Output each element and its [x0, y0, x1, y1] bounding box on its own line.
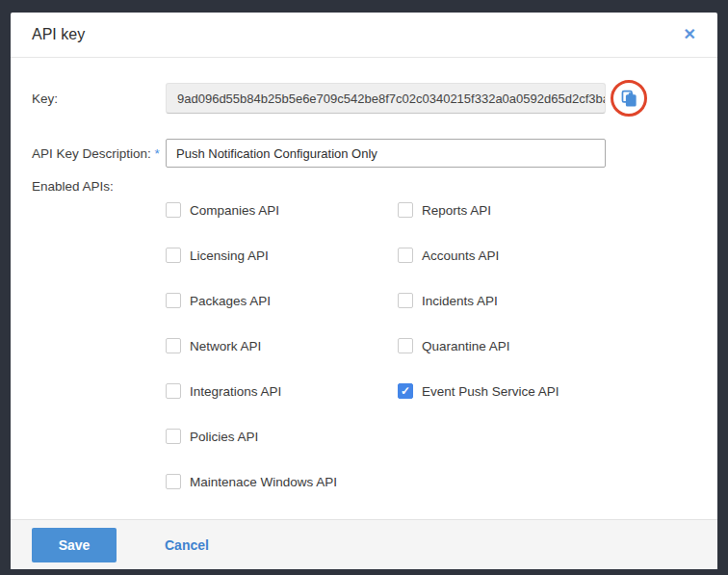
required-asterisk: *	[155, 146, 160, 161]
checkbox-item[interactable]: Licensing API	[166, 248, 398, 263]
checkbox-unchecked[interactable]	[166, 202, 181, 218]
modal-backdrop: API key ✕ Key: 9ad096d55b84b25b5e6e709c5…	[0, 0, 728, 575]
checkbox-unchecked[interactable]	[166, 293, 181, 308]
checkbox-item[interactable]: Accounts API	[398, 248, 559, 263]
checkbox-unchecked[interactable]	[166, 474, 181, 489]
enabled-apis-row: Enabled APIs: Companies APILicensing API…	[11, 179, 717, 519]
save-button[interactable]: Save	[32, 528, 117, 562]
checkbox-item[interactable]: Integrations API	[166, 383, 398, 399]
key-row: Key: 9ad096d55b84b25b5e6e709c542be8f7c02…	[11, 79, 717, 118]
checkbox-item[interactable]: Quarantine API	[398, 338, 559, 353]
checkbox-unchecked[interactable]	[166, 429, 181, 444]
cancel-button[interactable]: Cancel	[165, 537, 209, 553]
checkbox-label: Policies API	[190, 430, 258, 444]
copy-button[interactable]	[610, 79, 648, 118]
checkbox-item[interactable]: Maintenace Windows API	[166, 474, 398, 489]
modal-footer: Save Cancel	[11, 519, 717, 569]
description-label-text: API Key Description:	[32, 146, 151, 161]
checkbox-unchecked[interactable]	[166, 248, 181, 263]
checkbox-column-left: Companies APILicensing APIPackages APINe…	[166, 202, 398, 519]
checkbox-label: Incidents API	[422, 294, 498, 308]
checkbox-label: Integrations API	[190, 384, 281, 399]
checkbox-unchecked[interactable]	[166, 383, 181, 399]
checkbox-label: Accounts API	[422, 248, 499, 263]
description-label: API Key Description: *	[32, 146, 166, 161]
description-input[interactable]	[166, 139, 606, 168]
checkbox-item[interactable]: ✓Event Push Service API	[398, 383, 559, 399]
checkbox-unchecked[interactable]	[398, 338, 413, 353]
modal-body: Key: 9ad096d55b84b25b5e6e709c542be8f7c02…	[11, 58, 717, 519]
api-key-modal: API key ✕ Key: 9ad096d55b84b25b5e6e709c5…	[11, 13, 717, 559]
close-icon[interactable]: ✕	[678, 23, 702, 46]
checkbox-unchecked[interactable]	[398, 248, 413, 263]
checkbox-label: Maintenace Windows API	[190, 475, 337, 489]
checkbox-column-right: Reports APIAccounts APIIncidents APIQuar…	[398, 202, 559, 519]
checkbox-unchecked[interactable]	[398, 293, 413, 308]
checkbox-unchecked[interactable]	[398, 202, 413, 218]
enabled-apis-label: Enabled APIs:	[32, 179, 166, 194]
checkbox-label: Network API	[190, 339, 261, 353]
checkbox-item[interactable]: Policies API	[166, 429, 398, 444]
key-label: Key:	[32, 91, 166, 106]
checkbox-label: Reports API	[422, 203, 491, 218]
annotation-circle-highlight	[611, 80, 647, 117]
modal-header: API key ✕	[11, 13, 717, 58]
checkbox-label: Companies API	[190, 203, 279, 218]
checkbox-unchecked[interactable]	[166, 338, 181, 353]
checkbox-label: Packages API	[190, 294, 271, 308]
checkbox-item[interactable]: Network API	[166, 338, 398, 353]
checkbox-label: Event Push Service API	[422, 384, 559, 399]
checkbox-item[interactable]: Reports API	[398, 202, 559, 218]
checkbox-checked[interactable]: ✓	[398, 383, 413, 399]
checkbox-label: Licensing API	[190, 248, 269, 263]
description-row: API Key Description: *	[11, 139, 717, 168]
page-title: API key	[32, 26, 85, 43]
checkbox-label: Quarantine API	[422, 339, 510, 353]
api-key-field[interactable]: 9ad096d55b84b25b5e6e709c542be8f7c02c0340…	[166, 83, 606, 114]
checkbox-item[interactable]: Packages API	[166, 293, 398, 308]
checkbox-item[interactable]: Companies API	[166, 202, 398, 218]
api-checkbox-grid: Companies APILicensing APIPackages APINe…	[166, 202, 559, 519]
checkbox-item[interactable]: Incidents API	[398, 293, 559, 308]
